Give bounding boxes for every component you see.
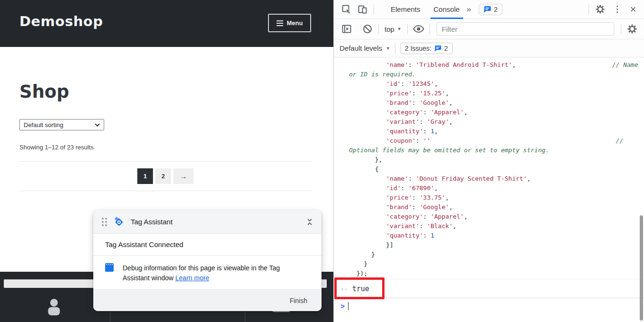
console-code-line: 'id': '67890', <box>349 184 642 193</box>
pagination-page-1[interactable]: 1 <box>137 168 153 184</box>
issues-bubble-icon <box>434 45 441 52</box>
console-filter-bar: Default levels ▼ 2 Issues: 2 <box>334 39 644 57</box>
divider <box>378 24 379 34</box>
kebab-menu-icon[interactable] <box>611 3 623 16</box>
pagination-page-2[interactable]: 2 <box>155 168 171 184</box>
console-result-value: true <box>352 285 369 293</box>
console-code-line: } <box>349 259 642 269</box>
console-logged-code: 'name': 'Triblend Android T-Shirt', // N… <box>334 57 644 278</box>
menu-button[interactable]: Menu <box>268 14 311 32</box>
text-cursor <box>348 302 349 310</box>
divider <box>621 24 621 34</box>
issues-badge-count: 2 <box>494 6 498 13</box>
demoshop-page: Demoshop Menu Shop Default sorting Showi… <box>0 0 333 322</box>
issues-badge[interactable]: 2 <box>479 4 502 15</box>
account-icon[interactable] <box>47 298 61 315</box>
divider <box>19 161 312 162</box>
learn-more-link[interactable]: Learn more <box>175 274 209 282</box>
console-code-line: { <box>349 165 642 174</box>
console-code-line: Optional fields may be omitted or set to… <box>349 146 642 155</box>
log-levels-dropdown[interactable]: Default levels ▼ <box>340 44 390 52</box>
console-code-line: 'category': 'Apparel', <box>349 108 642 117</box>
console-code-line: 'id': '12345', <box>349 79 642 89</box>
collapse-icon[interactable] <box>306 218 313 226</box>
pagination: 1 2 → <box>19 168 312 184</box>
close-icon[interactable]: × <box>627 3 639 16</box>
console-code-line: }] <box>349 240 642 250</box>
console-code-line: 'price': '15.25', <box>349 89 642 98</box>
divider <box>19 191 312 191</box>
tab-console[interactable]: Console <box>430 0 463 19</box>
console-output-area[interactable]: 'name': 'Triblend Android T-Shirt', // N… <box>334 57 644 322</box>
sorting-dropdown[interactable]: Default sorting <box>19 119 104 130</box>
tag-assistant-body: Debug information for this page is viewa… <box>93 256 322 289</box>
console-code-line: }); <box>349 269 642 278</box>
console-code-line: 'name': 'Donut Friday Scented T-Shirt', <box>349 174 642 184</box>
divider <box>589 4 589 15</box>
menu-button-label: Menu <box>287 19 303 27</box>
tag-assistant-title: Tag Assistant <box>131 218 172 226</box>
issues-bubble-icon <box>483 6 491 13</box>
inspect-element-icon[interactable] <box>340 3 353 16</box>
console-code-line: 'variant': 'Gray', <box>349 117 642 127</box>
console-code-line: 'quantity': 1 <box>349 231 642 240</box>
tab-elements[interactable]: Elements <box>387 0 424 19</box>
pagination-next-button[interactable]: → <box>173 168 194 184</box>
tag-window-icon <box>105 263 114 272</box>
divider <box>374 4 374 15</box>
debug-message: Debug information for this page is viewa… <box>123 263 280 289</box>
console-code-line: } <box>349 250 642 259</box>
results-count-text: Showing 1–12 of 23 results <box>19 144 94 151</box>
drag-handle-icon[interactable] <box>102 218 107 226</box>
site-header: Demoshop Menu <box>0 0 333 47</box>
console-code-line: 'brand': 'Google', <box>349 202 642 212</box>
tag-assistant-status: Tag Assistant Connected <box>93 234 322 256</box>
console-code-line: 'quantity': 1, <box>349 127 642 136</box>
hamburger-icon <box>277 20 283 26</box>
issues-summary-chip[interactable]: 2 Issues: 2 <box>400 43 453 54</box>
console-code-line: 'category': 'Apparel', <box>349 212 642 221</box>
console-code-line: 'coupon': '' // <box>349 136 642 146</box>
footer-divider <box>245 311 245 322</box>
site-logo[interactable]: Demoshop <box>19 13 103 29</box>
finish-button[interactable]: Finish <box>290 297 307 304</box>
console-code-line: or ID is required. <box>349 70 642 79</box>
divider <box>429 24 430 34</box>
context-selector[interactable]: top ▼ <box>384 25 402 33</box>
live-expression-eye-icon[interactable] <box>412 23 425 35</box>
console-settings-gear-icon[interactable] <box>626 23 638 35</box>
console-code-line: 'price': '33.75', <box>349 193 642 202</box>
console-code-line: 'brand': 'Google', <box>349 98 642 108</box>
tag-assistant-header: Tag Assistant <box>93 210 322 234</box>
device-toolbar-icon[interactable] <box>357 3 369 16</box>
return-value-icon: ‹· <box>340 285 348 293</box>
console-toolbar: top ▼ <box>334 19 644 39</box>
devtools-panel: Elements Console » 2 <box>333 0 644 322</box>
issues-summary-count: 2 <box>444 45 448 52</box>
divider <box>407 24 408 34</box>
page-title: Shop <box>19 82 69 102</box>
triangle-down-icon: ▼ <box>386 46 390 51</box>
console-sidebar-icon[interactable] <box>340 23 353 35</box>
console-code-line: }, <box>349 155 642 165</box>
console-code-line: 'variant': 'Black', <box>349 221 642 231</box>
google-tag-icon <box>114 217 124 227</box>
divider <box>395 43 395 54</box>
clear-console-icon[interactable] <box>361 23 374 35</box>
prompt-chevron-icon: > <box>340 302 345 311</box>
footer-divider <box>110 311 110 322</box>
devtools-tab-bar: Elements Console » 2 <box>334 0 644 19</box>
sorting-dropdown-value: Default sorting <box>24 121 63 129</box>
settings-gear-icon[interactable] <box>594 3 606 16</box>
tag-assistant-footer: Finish <box>93 289 322 311</box>
chevron-down-icon <box>95 123 100 127</box>
console-code-line: 'name': 'Triblend Android T-Shirt', // N… <box>349 60 642 70</box>
tag-assistant-dialog: Tag Assistant Tag Assistant Connected De… <box>93 210 322 311</box>
console-prompt[interactable]: > <box>334 298 644 314</box>
filter-input[interactable] <box>437 22 614 36</box>
triangle-down-icon: ▼ <box>397 27 402 31</box>
more-tabs-icon[interactable]: » <box>463 5 475 14</box>
vertical-scrollbar-thumb[interactable] <box>640 215 643 321</box>
console-result-row: ‹· true <box>334 279 644 298</box>
